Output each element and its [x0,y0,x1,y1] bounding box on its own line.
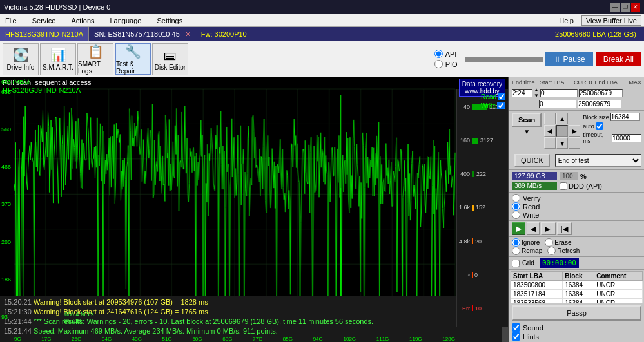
auto-checkbox-row: auto [583,122,641,130]
help-area: Help View Buffer Live [556,15,641,26]
erase-label[interactable]: Erase [545,238,571,247]
break-all-button[interactable]: Break All [596,52,641,66]
menu-actions[interactable]: Actions [68,15,97,26]
block-timeout-group: Block size auto timeout, ms [583,113,641,144]
drive-tab[interactable]: HFS128G39TND-N210A [0,27,89,41]
dir-s-button[interactable]: ▼ [556,137,568,149]
write-radio[interactable] [512,211,520,219]
read-checkbox[interactable] [498,93,505,100]
hints-checkbox[interactable] [512,332,520,341]
pct-symbol: % [580,173,587,180]
time-spinner[interactable]: ▲▼ [534,87,539,99]
minimize-button[interactable]: — [610,3,620,12]
smart-button[interactable]: 📊 S.M.A.R.T. [40,43,76,75]
mbs-row: 389 MB/s DDD (API) [512,182,641,190]
passp-button[interactable]: Passp [512,305,641,321]
grid-time-row: Grid 00:00:00 [509,257,644,270]
grid-checkbox[interactable] [512,260,520,267]
menu-help[interactable]: Help [556,15,576,26]
dir-n-button[interactable]: ▲ [556,113,568,124]
read-legend-label: Read [481,93,496,100]
pause-icon: ⏸ [553,55,561,64]
drive-close-button[interactable]: ✕ [185,30,191,39]
start-lba-input[interactable] [540,89,578,97]
lba-count-label: 250069680 LBA (128 GB) [547,29,644,39]
dir-w-button[interactable]: ◀ [544,125,556,137]
erase-radio[interactable] [545,238,553,247]
menu-file[interactable]: File [3,15,19,26]
cur-lba-input[interactable] [539,100,576,108]
scan-button[interactable]: Scan [512,113,542,127]
ddd-api-checkbox[interactable] [560,182,567,190]
close-window-button[interactable]: ✕ [631,3,640,12]
firmware-label: Fw: 30200P10 [196,29,252,39]
api-radio[interactable] [434,50,443,58]
cur-lba-row [512,100,641,108]
test-repair-button[interactable]: 🔧 Test & Repair [115,43,151,75]
api-radio-row: API [434,50,458,58]
scan-btn-group: Scan ▼ [512,113,542,135]
lba-results-table: Start LBA Block Comment 183500800 16384 … [511,271,643,303]
remap-radio[interactable] [512,247,520,255]
disk-editor-button[interactable]: 🖴 Disk Editor [152,43,188,75]
skip-start-button[interactable]: |◀ [557,222,572,235]
ignore-label[interactable]: Ignore [512,238,540,247]
max-lba-input[interactable] [578,100,621,108]
bc-gt-bar [472,272,473,278]
view-buffer-button[interactable]: View Buffer Live [581,15,641,26]
dir-ne [569,113,580,124]
menu-language[interactable]: Language [108,15,144,26]
block-size-input[interactable] [610,113,640,121]
bc-400-row: 400 222 [458,171,507,177]
error-handling-section: Ignore Erase Remap Refresh [509,237,644,257]
menu-settings[interactable]: Settings [154,15,185,26]
smart-logs-button[interactable]: 📋 SMART Logs [77,43,113,75]
time-input[interactable] [512,89,532,97]
drive-info-icon: 💽 [13,47,29,62]
ignore-radio[interactable] [512,238,520,247]
timeout-row: timeout, ms [583,131,641,144]
sound-checkbox[interactable] [512,323,520,332]
col-start-lba: Start LBA [511,272,563,281]
menu-service[interactable]: Service [30,15,59,26]
play-button[interactable]: ▶ [512,222,525,235]
verify-radio[interactable] [512,194,520,202]
right-toolbar-controls: API PIO ⏸ Pause Break All [434,50,641,68]
time-lba-inputs: ▲▼ [512,87,641,99]
write-legend-label: Write [481,102,496,109]
end-lba-input[interactable] [579,89,623,97]
write-radio-row: Write [512,211,641,219]
back-button[interactable]: ◀ [527,222,540,235]
mbs-axis-label: 653 (MB/s) [1,79,30,85]
bc-1k-bar [472,205,474,211]
read-radio[interactable] [512,202,520,211]
drive-bar: HFS128G39TND-N210A SN: ES81N5757118010 4… [0,27,644,41]
lba-table-body: 183500800 16384 UNCR 183517184 16384 UNC… [511,281,643,303]
bc-gt-row: > 0 [458,272,507,278]
bc-400-bar [472,171,474,177]
refresh-radio[interactable] [547,247,556,255]
ignore-erase-row: Ignore Erase [512,238,641,247]
drive-sn-area: SN: ES81N5757118010 45 ✕ [89,29,196,40]
write-checkbox[interactable] [497,102,505,109]
scan-dropdown-icon: ▼ [523,128,530,135]
bc-err-row: Err 10 [458,305,507,312]
hints-label[interactable]: Hints [512,332,641,341]
ddd-api-row: DDD (API) [560,182,602,190]
scan-time-lba-section: End time Start LBA CUR 0 End LBA MAX ▲▼ [509,77,644,111]
remap-label[interactable]: Remap [512,247,542,255]
pause-button[interactable]: ⏸ Pause [545,52,593,66]
auto-checkbox[interactable] [596,122,603,130]
quick-button[interactable]: QUICK [514,154,550,167]
refresh-label[interactable]: Refresh [547,247,580,255]
x-axis-labels: 9G 17G 26G 34G 43G 51G 60G 68G 77G 85G 9… [14,336,455,342]
sound-label[interactable]: Sound [512,323,641,332]
drive-info-button[interactable]: 💽 Drive Info [3,43,39,75]
gb-pct-row: 127.99 GB 100 % [512,172,641,180]
timeout-input[interactable] [612,134,641,142]
maximize-button[interactable]: ❐ [621,3,630,12]
dir-e-button[interactable]: ▶ [569,125,580,137]
end-of-test-dropdown[interactable]: End of test [555,154,641,167]
pio-radio[interactable] [434,60,443,68]
skip-end-button[interactable]: ▶| [541,222,556,235]
